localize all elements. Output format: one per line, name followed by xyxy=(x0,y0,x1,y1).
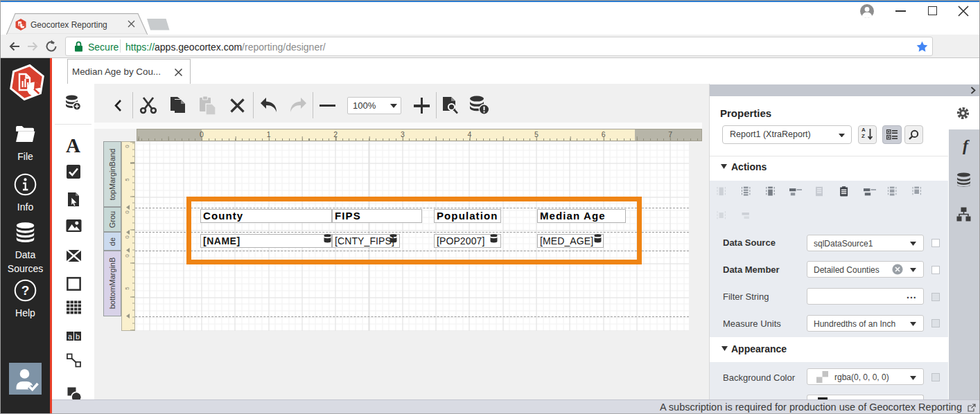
svg-text:?: ? xyxy=(21,283,30,298)
svg-text:a: a xyxy=(68,332,73,341)
svg-text:b: b xyxy=(76,332,80,341)
